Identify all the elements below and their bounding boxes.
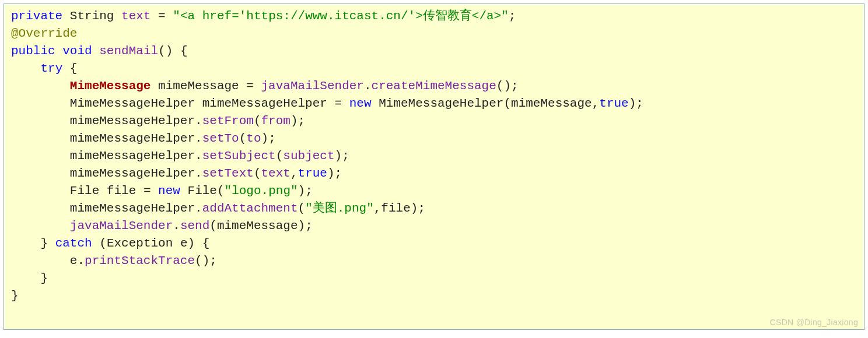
brace-close: } — [40, 237, 48, 250]
keyword-true: true — [599, 97, 628, 110]
paren-close: ); — [298, 184, 313, 198]
dot: . — [195, 149, 202, 163]
call-setfrom: setFrom — [202, 114, 254, 128]
paren-open: ( — [99, 237, 107, 250]
paren-open: ( — [503, 97, 511, 110]
keyword-true: true — [298, 167, 327, 180]
paren-close: ); — [290, 114, 305, 128]
call-tail: (); — [496, 79, 519, 93]
code-block: private String text = "<a href='https://… — [4, 3, 864, 330]
obj-javamailsender: javaMailSender — [261, 79, 364, 93]
var-file: file — [107, 184, 136, 198]
dot: . — [364, 79, 372, 93]
keyword-catch: catch — [55, 237, 92, 250]
type-file: File — [70, 184, 99, 198]
type-mimemessagehelper: MimeMessageHelper — [70, 97, 195, 110]
obj-javamailsender: javaMailSender — [70, 219, 173, 233]
ctor-mimemessagehelper: MimeMessageHelper — [379, 97, 503, 110]
paren-open: ( — [217, 184, 225, 198]
obj-mimemessagehelper: mimeMessageHelper — [70, 114, 195, 128]
call-setto: setTo — [202, 132, 239, 145]
brace-close: } — [11, 289, 19, 302]
call-createmimemessage: createMimeMessage — [372, 79, 496, 93]
annotation-override: @Override — [11, 27, 77, 40]
op-assign: = — [335, 97, 342, 110]
arg-from: from — [261, 114, 290, 128]
java-code: private String text = "<a href='https://… — [4, 4, 864, 308]
var-e: e — [180, 237, 188, 250]
paren-open: ( — [239, 132, 247, 145]
dot: . — [173, 219, 180, 233]
op-assign: = — [246, 79, 254, 93]
field-text: text — [121, 9, 150, 23]
brace: { — [62, 62, 77, 75]
arg-to: to — [246, 132, 261, 145]
dot: . — [195, 132, 202, 145]
arg-mimemessage: mimeMessage — [217, 219, 298, 233]
paren-close: ); — [335, 149, 349, 163]
method-tail: () { — [158, 44, 187, 58]
var-mimemessage: mimeMessage — [158, 79, 239, 93]
op-assign: = — [158, 9, 166, 23]
keyword-private: private — [11, 9, 62, 23]
catch-tail: ) { — [188, 237, 210, 250]
comma: , — [290, 167, 298, 180]
dot: . — [195, 202, 202, 215]
paren-close: ); — [327, 167, 342, 180]
type-exception: Exception — [107, 237, 173, 250]
brace-close: } — [40, 272, 48, 285]
obj-e: e — [70, 254, 78, 267]
keyword-try: try — [40, 62, 62, 75]
paren-open: ( — [254, 167, 261, 180]
type-mimemessage: MimeMessage — [70, 79, 151, 93]
call-settext: setText — [202, 167, 254, 180]
string-logo: "logo.png" — [225, 184, 298, 198]
keyword-public: public — [11, 44, 55, 58]
op-assign: = — [144, 184, 151, 198]
arg-subject: subject — [283, 149, 334, 163]
dot: . — [195, 167, 202, 180]
keyword-new: new — [158, 184, 180, 198]
dot: . — [195, 114, 202, 128]
var-mimemessagehelper: mimeMessageHelper — [202, 97, 327, 110]
obj-mimemessagehelper: mimeMessageHelper — [70, 167, 195, 180]
dot: . — [77, 254, 85, 267]
semicolon: ; — [509, 9, 516, 23]
arg-text: text — [261, 167, 290, 180]
comma: , — [374, 202, 382, 215]
paren-close: ); — [629, 97, 643, 110]
call-addattachment: addAttachment — [202, 202, 298, 215]
call-printstacktrace: printStackTrace — [85, 254, 195, 267]
arg-file: file — [381, 202, 410, 215]
string-meitu: "美图.png" — [305, 202, 374, 215]
method-sendmail: sendMail — [99, 44, 158, 58]
paren-close: ); — [298, 219, 313, 233]
paren-close: ); — [411, 202, 425, 215]
paren-open: ( — [276, 149, 284, 163]
string-literal: "<a href='https://www.itcast.cn/'>传智教育</… — [173, 9, 508, 23]
obj-mimemessagehelper: mimeMessageHelper — [70, 202, 195, 215]
obj-mimemessagehelper: mimeMessageHelper — [70, 132, 195, 145]
comma: , — [592, 97, 600, 110]
keyword-void: void — [62, 44, 92, 58]
paren-close: ); — [261, 132, 276, 145]
call-tail: (); — [195, 254, 217, 267]
type-string: String — [70, 9, 114, 23]
call-send: send — [180, 219, 209, 233]
obj-mimemessagehelper: mimeMessageHelper — [70, 149, 195, 163]
keyword-new: new — [349, 97, 372, 110]
arg-mimemessage: mimeMessage — [511, 97, 592, 110]
paren-open: ( — [298, 202, 306, 215]
ctor-file: File — [188, 184, 217, 198]
paren-open: ( — [254, 114, 261, 128]
paren-open: ( — [209, 219, 217, 233]
call-setsubject: setSubject — [202, 149, 276, 163]
watermark: CSDN @Ding_Jiaxiong — [770, 318, 858, 327]
